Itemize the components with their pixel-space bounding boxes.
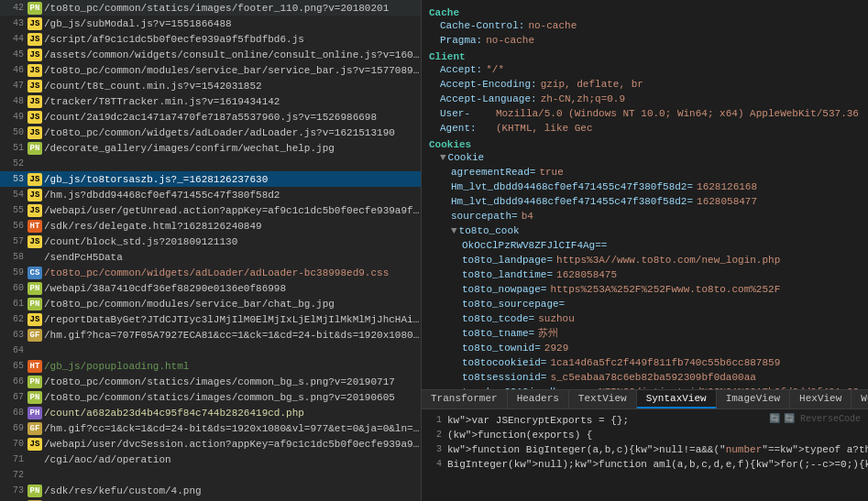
townid-key: to8to_townid= xyxy=(462,341,541,355)
file-row[interactable]: 46JS/to8to_pc/common/modules/service_bar… xyxy=(0,62,421,78)
hm-lvt1-key: Hm_lvt_dbdd94468cf0ef471455c47f380f58d2= xyxy=(451,180,693,194)
file-row[interactable]: 49JS/count/2a19dc2ac1471a7470fe7187a5537… xyxy=(0,109,421,125)
accept-val: */* xyxy=(486,62,504,77)
file-row[interactable]: 72 xyxy=(0,467,421,483)
hm-lvt2-val: 1628058477 xyxy=(697,194,757,209)
row-number: 46 xyxy=(2,65,27,75)
code-line-text: BigInteger(kw">null);kw">function aml(a,… xyxy=(447,457,868,472)
js-icon: JS xyxy=(27,313,42,326)
file-row[interactable]: 73PN/sdk/res/kefu/custom/4.png xyxy=(0,483,421,498)
sourcepage-line: to8to_sourcepage= xyxy=(429,297,861,311)
file-row[interactable]: 45JS/assets/common/widgets/consult_onlin… xyxy=(0,47,421,62)
file-row[interactable]: 42PN/to8to_pc/common/statics/images/foot… xyxy=(0,0,421,16)
landtime-line: to8to_landtime= 1628058475 xyxy=(429,267,861,282)
cookie-toggle[interactable]: ▼ xyxy=(440,150,446,165)
file-row[interactable]: 57JS/count/block_std.js?201809121130 xyxy=(0,234,421,249)
file-path: /hm.js?dbdd94468cf0ef471455c47f380f58d2 xyxy=(44,190,280,201)
sourcepath-val: b4 xyxy=(522,209,533,223)
file-row[interactable]: 64 xyxy=(0,343,421,358)
tab-hexview[interactable]: HexView xyxy=(790,390,852,408)
file-row[interactable]: 56HT/sdk/res/delegate.html?1628126240849 xyxy=(0,218,421,234)
row-number: 50 xyxy=(2,127,27,137)
cache-control-key: Cache-Control: xyxy=(440,18,524,33)
file-row[interactable]: 55JS/webapi/user/getUnread.action?appKey… xyxy=(0,202,421,218)
code-line-number: 1 xyxy=(422,413,447,428)
cookie-tree-row: ▼ Cookie xyxy=(429,150,861,165)
js-icon: JS xyxy=(27,438,42,451)
pragma-key: Pragma: xyxy=(440,33,482,48)
row-number: 72 xyxy=(2,470,27,480)
row-number: 66 xyxy=(2,376,27,387)
tcode-val: suzhou xyxy=(538,311,575,326)
pragma-val: no-cache xyxy=(486,33,534,48)
file-row[interactable]: 53JS/gb_js/to8torsaszb.js?_=162812623763… xyxy=(0,171,421,187)
row-number: 55 xyxy=(2,205,27,215)
tab-headers[interactable]: Headers xyxy=(508,390,569,408)
file-path: /count/2a19dc2ac1471a7470fe7187a5537960.… xyxy=(44,112,377,123)
file-row[interactable]: 52 xyxy=(0,156,421,171)
file-path: /to8to_pc/common/modules/service_bar/ser… xyxy=(44,65,421,76)
sourcepath-key: sourcepath= xyxy=(451,209,518,223)
row-number: 45 xyxy=(2,49,27,60)
tab-transformer[interactable]: Transformer xyxy=(422,390,508,408)
code-line: 2(kw">function(exports) { xyxy=(422,428,868,442)
file-list[interactable]: 42PN/to8to_pc/common/statics/images/foot… xyxy=(0,0,422,501)
sessionid-line: to8tsessionid= s_c5eabaa78c6eb82ba592309… xyxy=(429,370,861,385)
file-row[interactable]: 68PH/count/a682ab23d4b4c95f84c744b282641… xyxy=(0,405,421,420)
file-path: /webapi/user/getUnread.action?appKey=af9… xyxy=(44,205,421,216)
png-icon: PN xyxy=(27,2,42,15)
file-path: /sdk/res/kefu/custom/4.png xyxy=(44,485,202,496)
file-path: /to8to_pc/common/statics/images/footer_1… xyxy=(44,3,389,14)
file-path: /to8to_pc/common/widgets/adLoader/adLoad… xyxy=(44,267,389,278)
accept-language-key: Accept-Language: xyxy=(440,92,537,106)
file-row[interactable]: 47JS/count/t8t_count.min.js?v=1542031852 xyxy=(0,78,421,93)
code-line: 3kw">function BigInteger(a,b,c){kw">null… xyxy=(422,442,868,457)
file-row[interactable]: 67PN/to8to_pc/common/statics/images/comm… xyxy=(0,389,421,405)
tab-webview[interactable]: WebView xyxy=(852,390,868,408)
file-row[interactable]: 63GF/hm.gif?hca=707F05A7927ECA81&cc=1&ck… xyxy=(0,327,421,343)
file-row[interactable]: 54JS/hm.js?dbdd94468cf0ef471455c47f380f5… xyxy=(0,187,421,202)
tname-line: to8to_tname= 苏州 xyxy=(429,326,861,341)
file-path: /count/t8t_count.min.js?v=1542031852 xyxy=(44,81,262,92)
file-row[interactable]: 66PN/to8to_pc/common/statics/images/comm… xyxy=(0,374,421,389)
to8to-cook-row: ▼ to8to_cook xyxy=(429,223,861,238)
hm-lvt1-line: Hm_lvt_dbdd94468cf0ef471455c47f380f58d2=… xyxy=(429,180,861,194)
row-number: 67 xyxy=(2,392,27,402)
file-path: /gb_js/subModal.js?v=1551866488 xyxy=(44,18,232,29)
file-path: /hm.gif?hca=707F05A7927ECA81&cc=1&ck=1&c… xyxy=(44,330,421,341)
landtime-val: 1628058475 xyxy=(556,267,617,282)
landpage-line: to8to_landpage= https%3A//www.to8to.com/… xyxy=(429,253,861,267)
logo-text: 🔄 ReverseCode xyxy=(784,413,861,424)
file-path: /to8to_pc/common/statics/images/common_b… xyxy=(44,376,395,387)
file-row[interactable]: 58/sendPcH5Data xyxy=(0,249,421,265)
js-icon: JS xyxy=(27,126,42,139)
tab-textview[interactable]: TextView xyxy=(569,390,637,408)
file-row[interactable]: 69GF/hm.gif?cc=1&ck=1&cd=24-bit&ds=1920x… xyxy=(0,420,421,436)
cache-control-line: Cache-Control: no-cache xyxy=(429,18,861,33)
file-row[interactable]: 59CS/to8to_pc/common/widgets/adLoader/ad… xyxy=(0,265,421,280)
file-row[interactable]: 62JS/reportDataByGet?JTdCJTIyc3lJMjIlM0E… xyxy=(0,311,421,327)
file-row[interactable]: 43JS/gb_js/subModal.js?v=1551866488 xyxy=(0,16,421,31)
file-path: /gb_js/to8torsaszb.js?_=1628126237630 xyxy=(44,174,268,185)
file-row[interactable]: 60PN/webapi/38a7410cdf36ef88290e0136e0f8… xyxy=(0,280,421,296)
file-row[interactable]: 51PN/decorate_gallery/images/confirm/wec… xyxy=(0,140,421,156)
tab-imageview[interactable]: ImageView xyxy=(717,390,790,408)
code-line-number: 3 xyxy=(422,442,447,457)
landpage-key: to8to_landpage= xyxy=(462,253,553,267)
to8to-cook-toggle[interactable]: ▼ xyxy=(451,223,457,238)
file-row[interactable]: 65HT/gb_js/popuploading.html xyxy=(0,358,421,374)
file-row[interactable]: 71/cgi/aoc/ad/operation xyxy=(0,452,421,467)
js-icon: JS xyxy=(27,64,42,77)
cookie-key: Cookie xyxy=(448,150,485,165)
file-row[interactable]: 48JS/tracker/T8TTracker.min.js?v=1619434… xyxy=(0,93,421,109)
js-icon: JS xyxy=(27,204,42,217)
accept-line: Accept: */* xyxy=(429,62,861,77)
file-row[interactable]: 44JS/script/af9c1c1dc5b0f0ecfe939a9f5fbd… xyxy=(0,31,421,47)
file-row[interactable]: 70JS/webapi/user/dvcSession.action?appKe… xyxy=(0,436,421,452)
file-row[interactable]: 61PN/to8to_pc/common/modules/service_bar… xyxy=(0,296,421,311)
file-row[interactable]: 50JS/to8to_pc/common/widgets/adLoader/ad… xyxy=(0,125,421,140)
tname-key: to8to_tname= xyxy=(462,326,534,341)
js-icon: JS xyxy=(27,33,42,46)
tab-syntaxview[interactable]: SyntaxView xyxy=(637,390,717,408)
row-number: 43 xyxy=(2,18,27,28)
